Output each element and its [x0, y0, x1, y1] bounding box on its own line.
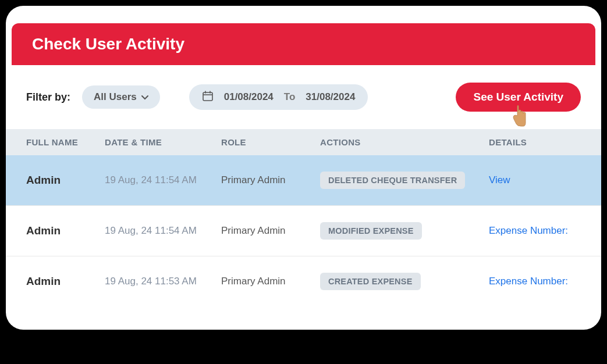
table-row: Admin19 Aug, 24 11:54 AMPrimary AdminMOD… — [6, 206, 601, 256]
table-header: FULL NAME DATE & TIME ROLE ACTIONS DETAI… — [6, 129, 601, 155]
detail-link[interactable]: Expense Number: — [489, 225, 568, 236]
cell-datetime: 19 Aug, 24 11:54 AM — [105, 174, 221, 186]
range-label: To — [284, 91, 296, 103]
table-body: Admin19 Aug, 24 11:54 AMPrimary AdminDEL… — [6, 155, 601, 306]
date-range-picker[interactable]: 01/08/2024 To 31/08/2024 — [189, 84, 368, 110]
user-filter-dropdown[interactable]: All Users — [82, 85, 160, 109]
activity-table: FULL NAME DATE & TIME ROLE ACTIONS DETAI… — [6, 129, 601, 306]
detail-link[interactable]: View — [489, 174, 510, 185]
cell-detail: View — [489, 174, 581, 186]
activity-card: Check User Activity Filter by: All Users… — [6, 6, 601, 330]
col-details: DETAILS — [489, 137, 581, 147]
cell-action: MODIFIED EXPENSE — [320, 222, 489, 240]
col-fullname: FULL NAME — [26, 137, 105, 147]
user-filter-value: All Users — [94, 91, 137, 103]
action-badge: CREATED EXPENSE — [320, 273, 421, 290]
col-actions: ACTIONS — [320, 137, 489, 147]
page-title: Check User Activity — [32, 35, 575, 53]
cell-action: DELETED CHEQUE TRANSFER — [320, 172, 489, 189]
cell-role: Primary Admin — [221, 174, 320, 186]
cell-action: CREATED EXPENSE — [320, 273, 489, 290]
table-row: Admin19 Aug, 24 11:53 AMPrimary AdminCRE… — [6, 256, 601, 306]
cell-datetime: 19 Aug, 24 11:54 AM — [105, 225, 221, 237]
calendar-icon — [202, 90, 214, 104]
filter-label: Filter by: — [26, 91, 70, 104]
table-row: Admin19 Aug, 24 11:54 AMPrimary AdminDEL… — [6, 155, 601, 206]
action-badge: MODIFIED EXPENSE — [320, 222, 422, 240]
to-date: 31/08/2024 — [306, 91, 355, 103]
pointer-hand-icon — [507, 101, 530, 130]
cell-detail: Expense Number: — [489, 276, 581, 287]
filter-bar: Filter by: All Users 01/08/2024 To 31/08… — [6, 83, 601, 129]
from-date: 01/08/2024 — [224, 91, 274, 103]
svg-rect-0 — [203, 92, 212, 101]
action-badge: DELETED CHEQUE TRANSFER — [320, 172, 465, 189]
cell-fullname: Admin — [26, 275, 105, 288]
cell-detail: Expense Number: — [489, 225, 581, 237]
cell-role: Primary Admin — [221, 225, 320, 237]
col-datetime: DATE & TIME — [105, 137, 221, 147]
svg-point-5 — [517, 103, 520, 105]
cell-datetime: 19 Aug, 24 11:53 AM — [105, 276, 221, 287]
cell-fullname: Admin — [26, 174, 105, 187]
col-role: ROLE — [221, 137, 320, 147]
cell-role: Primary Admin — [221, 276, 320, 287]
detail-link[interactable]: Expense Number: — [489, 276, 568, 287]
cell-fullname: Admin — [26, 224, 105, 237]
see-activity-button[interactable]: See User Activity — [456, 83, 581, 112]
header-bar: Check User Activity — [12, 23, 595, 65]
chevron-down-icon — [141, 93, 148, 102]
